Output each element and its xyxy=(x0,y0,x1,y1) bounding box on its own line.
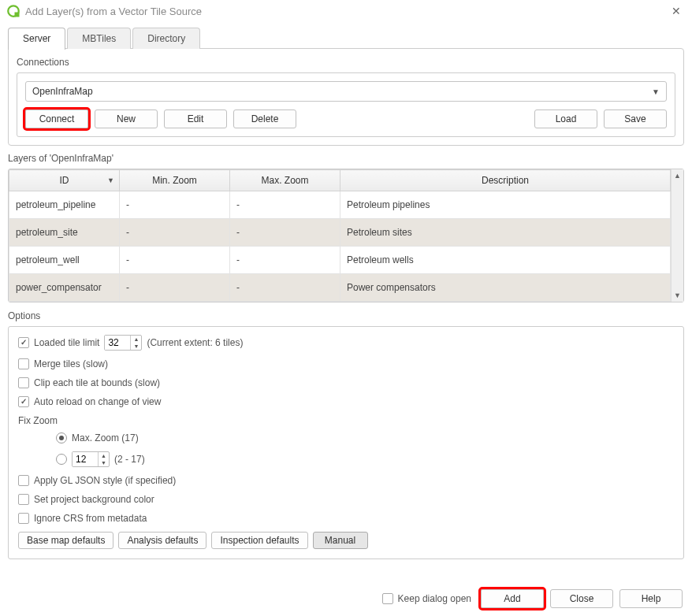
fixed-zoom-input[interactable] xyxy=(73,452,98,466)
svg-rect-1 xyxy=(15,13,20,17)
save-button[interactable]: Save xyxy=(604,109,667,128)
help-button[interactable]: Help xyxy=(619,589,683,608)
layers-scrollbar[interactable]: ▲ ▼ xyxy=(671,169,683,302)
titlebar: Add Layer(s) from a Vector Tile Source ✕ xyxy=(0,0,692,22)
keep-dialog-open-label: Keep dialog open xyxy=(398,593,471,604)
tab-mbtiles[interactable]: MBTiles xyxy=(67,28,131,49)
fix-zoom-label: Fix Zoom xyxy=(18,415,674,426)
chevron-down-icon: ▼ xyxy=(652,87,660,96)
col-header-desc[interactable]: Description xyxy=(340,170,671,191)
set-bg-checkbox[interactable] xyxy=(18,494,29,505)
loaded-tile-limit-label: Loaded tile limit xyxy=(34,337,99,348)
dialog-footer: Keep dialog open Add Close Help xyxy=(0,583,692,616)
layers-label: Layers of 'OpenInfraMap' xyxy=(8,153,684,164)
loaded-tile-limit-checkbox[interactable] xyxy=(18,337,29,348)
max-zoom-radio[interactable] xyxy=(56,432,67,443)
add-button[interactable]: Add xyxy=(481,589,544,608)
auto-reload-checkbox[interactable] xyxy=(18,396,29,407)
scroll-up-icon[interactable]: ▲ xyxy=(672,169,683,182)
table-row[interactable]: petroleum_site - - Petroleum sites xyxy=(9,219,671,247)
source-tabs: Server MBTiles Directory xyxy=(8,27,684,49)
connection-select[interactable]: OpenInfraMap ▼ xyxy=(25,81,667,102)
clip-tile-label: Clip each tile at bounds (slow) xyxy=(34,377,160,388)
max-zoom-label: Max. Zoom (17) xyxy=(72,432,139,443)
layers-table-wrap: ID ▼ Min. Zoom Max. Zoom Description pet… xyxy=(8,169,684,302)
table-row[interactable]: petroleum_pipeline - - Petroleum pipelin… xyxy=(9,191,671,219)
inspection-defaults-button[interactable]: Inspection defaults xyxy=(211,532,307,549)
spin-up-icon[interactable]: ▲ xyxy=(131,336,141,343)
table-row[interactable]: power_compensator - - Power compensators xyxy=(9,274,671,302)
merge-tiles-label: Merge tiles (slow) xyxy=(34,358,108,369)
sort-caret-icon: ▼ xyxy=(107,176,114,184)
connect-button[interactable]: Connect xyxy=(25,109,88,128)
scroll-track[interactable] xyxy=(672,182,683,289)
load-button[interactable]: Load xyxy=(534,109,597,128)
col-header-min[interactable]: Min. Zoom xyxy=(120,170,230,191)
extent-hint: (Current extent: 6 tiles) xyxy=(147,337,243,348)
auto-reload-label: Auto reload on change of view xyxy=(34,396,161,407)
spin-down-icon[interactable]: ▼ xyxy=(131,343,141,350)
tab-directory[interactable]: Directory xyxy=(132,28,200,49)
ignore-crs-label: Ignore CRS from metadata xyxy=(34,513,147,524)
connections-panel: Connections OpenInfraMap ▼ Connect New E… xyxy=(8,48,684,146)
set-bg-label: Set project background color xyxy=(34,494,154,505)
loaded-tile-limit-spin[interactable]: ▲▼ xyxy=(104,335,142,351)
scroll-down-icon[interactable]: ▼ xyxy=(672,289,683,302)
table-row[interactable]: petroleum_well - - Petroleum wells xyxy=(9,247,671,274)
edit-button[interactable]: Edit xyxy=(164,109,227,128)
close-button[interactable]: Close xyxy=(550,589,613,608)
connection-selected-value: OpenInfraMap xyxy=(32,86,93,97)
spin-down-icon[interactable]: ▼ xyxy=(99,459,109,466)
col-header-id[interactable]: ID ▼ xyxy=(9,170,120,191)
manual-button[interactable]: Manual xyxy=(313,532,368,549)
loaded-tile-limit-input[interactable] xyxy=(105,336,130,350)
options-label: Options xyxy=(8,310,684,321)
fixed-zoom-radio[interactable] xyxy=(56,454,67,465)
merge-tiles-checkbox[interactable] xyxy=(18,358,29,369)
keep-dialog-open-checkbox[interactable] xyxy=(382,593,393,604)
spin-up-icon[interactable]: ▲ xyxy=(99,452,109,459)
new-button[interactable]: New xyxy=(95,109,158,128)
clip-tile-checkbox[interactable] xyxy=(18,377,29,388)
delete-button[interactable]: Delete xyxy=(233,109,296,128)
base-map-defaults-button[interactable]: Base map defaults xyxy=(18,532,113,549)
tab-server[interactable]: Server xyxy=(8,28,65,50)
close-icon[interactable]: ✕ xyxy=(667,3,686,19)
qgis-logo-icon xyxy=(6,4,20,18)
apply-style-checkbox[interactable] xyxy=(18,475,29,486)
layers-table: ID ▼ Min. Zoom Max. Zoom Description pet… xyxy=(9,169,671,302)
col-header-max[interactable]: Max. Zoom xyxy=(230,170,340,191)
dialog-title: Add Layer(s) from a Vector Tile Source xyxy=(25,6,667,17)
fixed-zoom-range: (2 - 17) xyxy=(114,454,145,465)
apply-style-label: Apply GL JSON style (if specified) xyxy=(34,475,176,486)
connections-label: Connections xyxy=(17,57,675,68)
analysis-defaults-button[interactable]: Analysis defaults xyxy=(118,532,206,549)
fixed-zoom-spin[interactable]: ▲▼ xyxy=(72,451,110,467)
ignore-crs-checkbox[interactable] xyxy=(18,513,29,524)
options-panel: Loaded tile limit ▲▼ (Current extent: 6 … xyxy=(8,326,684,559)
